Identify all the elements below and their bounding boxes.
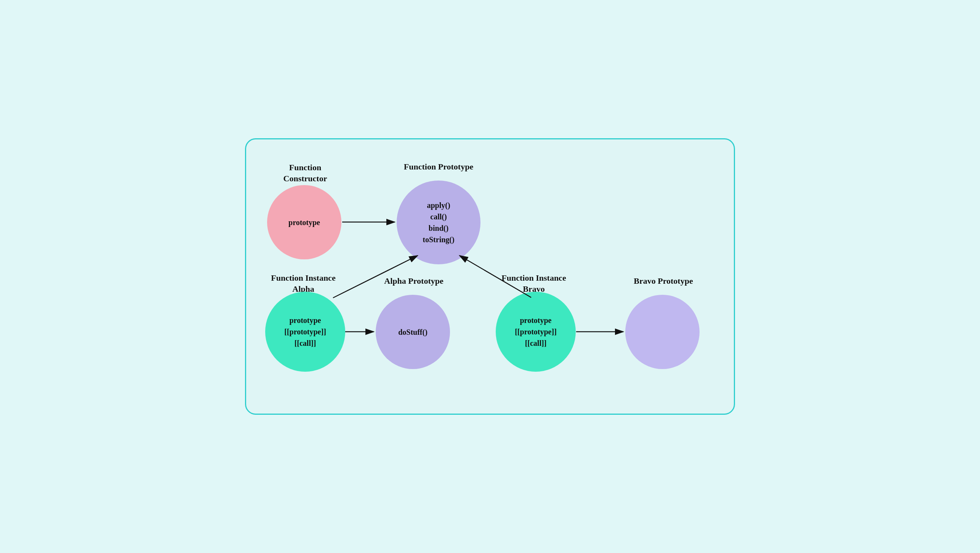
label-function-prototype: Function Prototype xyxy=(395,161,482,173)
label-function-constructor: Function Constructor xyxy=(267,162,343,184)
circle-prototype-text: apply() call() bind() toString() xyxy=(423,200,454,245)
circle-bravo: prototype [[prototype]] [[call]] xyxy=(496,292,576,372)
label-function-instance-bravo: Function Instance Bravo xyxy=(492,273,576,294)
circle-function-prototype: apply() call() bind() toString() xyxy=(397,181,480,264)
circle-constructor: prototype xyxy=(267,185,341,259)
circle-alpha-proto: doStuff() xyxy=(376,295,450,369)
label-function-instance-alpha: Function Instance Alpha xyxy=(261,273,345,294)
circle-constructor-text: prototype xyxy=(288,217,320,228)
circle-alpha-text: prototype [[prototype]] [[call]] xyxy=(284,315,326,349)
diagram-container: Function Constructor Function Prototype … xyxy=(245,138,735,415)
circle-alpha-proto-text: doStuff() xyxy=(398,326,428,338)
circle-bravo-proto xyxy=(625,295,700,369)
circle-bravo-text: prototype [[prototype]] [[call]] xyxy=(515,315,557,349)
label-bravo-prototype: Bravo Prototype xyxy=(623,276,703,287)
circle-alpha: prototype [[prototype]] [[call]] xyxy=(265,292,345,372)
label-alpha-prototype: Alpha Prototype xyxy=(374,276,454,287)
